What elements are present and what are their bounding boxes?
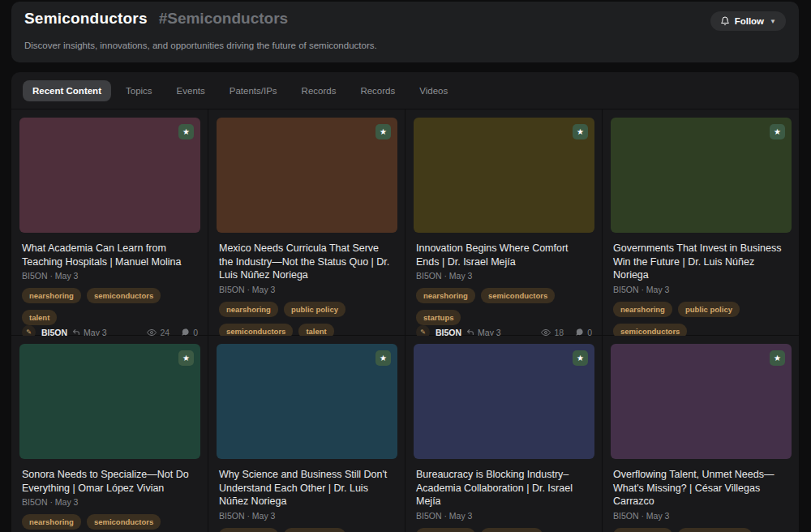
card-thumbnail[interactable]: ★	[611, 344, 792, 459]
tag-chip[interactable]: semiconductors	[678, 528, 752, 532]
tag-chip[interactable]: nearshoring	[219, 528, 278, 532]
content-card[interactable]: ★ What Academia Can Learn from Teaching …	[11, 109, 208, 335]
star-icon: ★	[182, 354, 190, 363]
star-icon: ★	[774, 354, 781, 363]
card-title[interactable]: What Academia Can Learn from Teaching Ho…	[22, 242, 198, 268]
content-card[interactable]: ★ Innovation Begins Where Comfort Ends |…	[406, 109, 602, 335]
card-thumbnail[interactable]: ★	[217, 118, 397, 233]
tab-patents-ips[interactable]: Patents/IPs	[220, 80, 287, 101]
card-title[interactable]: Governments That Invest in Business Win …	[613, 242, 789, 282]
tag-chip[interactable]: nearshoring	[613, 302, 672, 317]
pen-icon: ✎	[26, 328, 32, 336]
content-card[interactable]: ★ Governments That Invest in Business Wi…	[603, 109, 799, 335]
reply-arrow-icon	[72, 328, 80, 337]
card-tags: nearshoringsemiconductorsstartups	[416, 288, 592, 325]
tag-chip[interactable]: public policy	[678, 302, 740, 317]
card-byline: BI5ON · May 3	[219, 285, 395, 294]
card-title[interactable]: Overflowing Talent, Unmet Needs—What's M…	[613, 468, 789, 508]
star-icon: ★	[182, 128, 190, 136]
card-tags: nearshoringpublic policysemiconductors	[219, 528, 395, 532]
tag-chip[interactable]: nearshoring	[416, 288, 475, 303]
topic-description: Discover insights, innovations, and oppo…	[24, 41, 786, 50]
star-icon: ★	[380, 354, 387, 363]
tag-chip[interactable]: nearshoring	[219, 302, 278, 317]
tag-chip[interactable]: semiconductors	[87, 288, 161, 303]
content-card[interactable]: ★ Bureaucracy is Blocking Industry–Acade…	[406, 336, 602, 532]
tab-recent-content[interactable]: Recent Content	[23, 80, 111, 101]
star-badge[interactable]: ★	[573, 124, 588, 139]
tag-chip[interactable]: semiconductors	[87, 514, 161, 530]
tag-chip[interactable]: nearshoring	[22, 514, 81, 530]
page-title: Semiconductors	[24, 10, 148, 28]
tab-records-2[interactable]: Records	[350, 80, 405, 101]
card-thumbnail[interactable]: ★	[19, 344, 200, 459]
card-title[interactable]: Mexico Needs Curricula That Serve the In…	[219, 242, 395, 282]
tab-videos[interactable]: Videos	[410, 80, 457, 101]
card-byline: BI5ON · May 3	[22, 497, 198, 507]
bell-icon	[720, 16, 730, 26]
content-card[interactable]: ★ Mexico Needs Curricula That Serve the …	[208, 109, 405, 335]
star-badge[interactable]: ★	[375, 350, 391, 366]
card-byline: BI5ON · May 3	[613, 285, 789, 294]
tag-chip[interactable]: nearshoring	[613, 528, 672, 532]
tag-chip[interactable]: talent	[22, 310, 57, 325]
card-tags: nearshoringsemiconductorstalent	[613, 528, 789, 532]
star-icon: ★	[577, 354, 584, 363]
card-title[interactable]: Bureaucracy is Blocking Industry–Academi…	[416, 468, 592, 508]
content-panel: Recent Content Topics Events Patents/IPs…	[11, 72, 799, 532]
chevron-down-icon: ▼	[770, 18, 776, 25]
content-card[interactable]: ★ Sonora Needs to Specialize—Not Do Ever…	[11, 336, 208, 532]
star-icon: ★	[774, 128, 781, 136]
star-badge[interactable]: ★	[573, 350, 588, 366]
tab-topics[interactable]: Topics	[116, 80, 162, 101]
tag-chip[interactable]: nearshoring	[22, 288, 81, 303]
card-tags: nearshoringsemiconductorstalent	[22, 288, 198, 325]
pen-icon: ✎	[420, 328, 426, 336]
tag-chip[interactable]: public policy	[481, 528, 543, 532]
star-badge[interactable]: ★	[770, 124, 785, 139]
card-thumbnail[interactable]: ★	[217, 344, 397, 459]
tab-bar: Recent Content Topics Events Patents/IPs…	[11, 72, 799, 109]
star-icon: ★	[577, 128, 584, 136]
card-byline: BI5ON · May 3	[219, 511, 395, 521]
card-thumbnail[interactable]: ★	[414, 344, 594, 459]
card-tags: nearshoringpublic policysemiconductorsta…	[219, 302, 395, 339]
star-badge[interactable]: ★	[770, 350, 785, 366]
tag-chip[interactable]: public policy	[284, 528, 345, 532]
topic-header: Semiconductors #Semiconductors Follow ▼ …	[11, 2, 799, 62]
page: Semiconductors #Semiconductors Follow ▼ …	[0, 0, 811, 532]
follow-button-label: Follow	[735, 16, 764, 26]
follow-button[interactable]: Follow ▼	[710, 11, 786, 31]
card-thumbnail[interactable]: ★	[19, 118, 200, 233]
star-badge[interactable]: ★	[178, 124, 194, 139]
card-thumbnail[interactable]: ★	[611, 118, 792, 233]
card-tags: nearshoringpublic policysemiconductorsta…	[416, 528, 592, 532]
card-title[interactable]: Sonora Needs to Specialize—Not Do Everyt…	[22, 468, 198, 495]
tag-chip[interactable]: semiconductors	[481, 288, 555, 303]
card-tags: nearshoringsemiconductorstalent	[22, 514, 198, 532]
card-title[interactable]: Why Science and Business Still Don't Und…	[219, 468, 395, 508]
card-byline: BI5ON · May 3	[416, 271, 592, 281]
card-thumbnail[interactable]: ★	[414, 118, 594, 233]
content-card[interactable]: ★ Overflowing Talent, Unmet Needs—What's…	[603, 336, 799, 532]
tab-events[interactable]: Events	[167, 80, 215, 101]
cards-grid: ★ What Academia Can Learn from Teaching …	[11, 109, 799, 532]
star-badge[interactable]: ★	[375, 124, 391, 139]
tab-records-1[interactable]: Records	[292, 80, 346, 101]
card-byline: BI5ON · May 3	[22, 271, 198, 281]
tag-chip[interactable]: nearshoring	[416, 528, 475, 532]
page-hashtag: #Semiconductors	[159, 10, 288, 28]
content-card[interactable]: ★ Why Science and Business Still Don't U…	[208, 336, 405, 532]
tag-chip[interactable]: public policy	[284, 302, 345, 317]
card-tags: nearshoringpublic policysemiconductors	[613, 302, 789, 339]
card-byline: BI5ON · May 3	[416, 511, 592, 521]
tag-chip[interactable]: startups	[416, 310, 461, 325]
card-title[interactable]: Innovation Begins Where Comfort Ends | D…	[416, 242, 592, 268]
reply-arrow-icon	[466, 328, 474, 337]
star-badge[interactable]: ★	[178, 350, 194, 366]
star-icon: ★	[380, 128, 387, 136]
card-byline: BI5ON · May 3	[613, 511, 789, 521]
